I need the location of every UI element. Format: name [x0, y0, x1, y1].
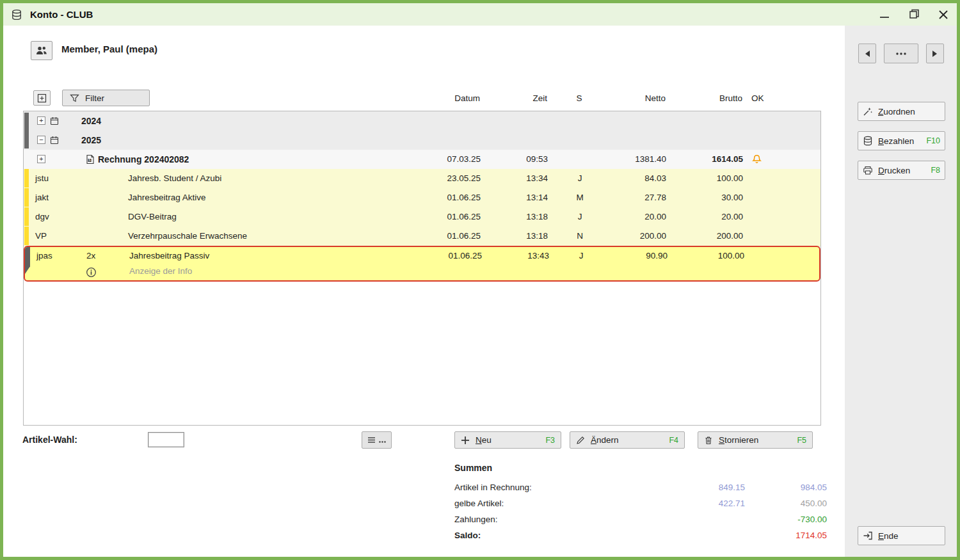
- item-info-text: Anzeige der Info: [129, 262, 192, 280]
- member-button[interactable]: [31, 41, 52, 60]
- bezahlen-fkey: F10: [926, 136, 940, 145]
- sidebar: Zuordnen Bezahlen F10 Drucken: [845, 26, 957, 557]
- member-icon: [35, 45, 48, 56]
- neu-fkey: F3: [545, 436, 555, 445]
- nav-next-button[interactable]: [926, 44, 944, 63]
- aendern-button[interactable]: Ändern F4: [570, 431, 685, 449]
- coins-icon: [11, 9, 22, 20]
- header-brutto: Brutto: [678, 90, 742, 107]
- zuordnen-label: Zuordnen: [878, 107, 915, 116]
- titlebar: Konto - CLUB: [3, 3, 957, 26]
- pencil-icon: [576, 436, 585, 445]
- item-zeit: 13:18: [484, 227, 548, 246]
- invoice-row[interactable]: + $ Rechnung 202402082 07.03.25 09:53 13…: [24, 150, 820, 170]
- item-code: jakt: [35, 188, 49, 207]
- row-marker: [24, 227, 29, 245]
- row-marker: [24, 188, 29, 207]
- item-zeit: 13:34: [484, 169, 548, 188]
- coins-icon: [863, 136, 873, 146]
- expand-icon[interactable]: +: [37, 155, 45, 163]
- konto-window: Konto - CLUB: [0, 0, 960, 560]
- invoice-zeit: 09:53: [484, 150, 548, 169]
- ende-button[interactable]: Ende: [858, 526, 945, 545]
- ellipsis-icon: [378, 436, 387, 444]
- summen-label: gelbe Artikel:: [454, 495, 504, 511]
- item-brutto: 100.00: [679, 169, 743, 188]
- item-code: VP: [35, 227, 47, 246]
- wand-icon: [863, 106, 873, 116]
- bezahlen-label: Bezahlen: [878, 136, 914, 146]
- item-zeit: 13:43: [485, 247, 549, 265]
- item-code: dgv: [35, 207, 49, 227]
- year-group-marker: [24, 113, 29, 148]
- nav-more-button[interactable]: [884, 44, 918, 63]
- summen-value-netto: 849.15: [719, 479, 745, 495]
- item-datum: 01.06.25: [417, 207, 481, 227]
- item-code: jpas: [36, 247, 52, 265]
- stornieren-fkey: F5: [797, 436, 806, 445]
- calendar-icon: [50, 136, 59, 145]
- summen-row-gelbe-artikel: gelbe Artikel: 422.71 450.00: [454, 495, 827, 511]
- drucken-fkey: F8: [931, 166, 940, 175]
- invoice-brutto: 1614.05: [679, 150, 743, 169]
- aendern-fkey: F4: [669, 436, 678, 445]
- table-row[interactable]: VP Verzehrpauschale Erwachsene 01.06.25 …: [24, 227, 820, 246]
- item-netto: 90.90: [604, 247, 668, 265]
- item-qty: 2x: [86, 247, 95, 265]
- alert-bell-icon[interactable]: [752, 154, 762, 164]
- bezahlen-button[interactable]: Bezahlen F10: [858, 131, 945, 150]
- item-s: J: [565, 247, 597, 265]
- neu-button[interactable]: Neu F3: [454, 431, 561, 449]
- calendar-icon: [50, 116, 59, 125]
- table-row[interactable]: dgv DGV-Beitrag 01.06.25 13:18 J 20.00 2…: [24, 207, 820, 227]
- invoice-icon: $: [86, 154, 95, 164]
- zuordnen-button[interactable]: Zuordnen: [858, 102, 945, 121]
- printer-icon: [863, 166, 873, 175]
- summen-label: Zahlungen:: [454, 511, 498, 527]
- summen-value-netto: 422.71: [719, 495, 745, 511]
- expand-icon[interactable]: +: [37, 116, 45, 125]
- item-netto: 200.00: [602, 227, 666, 246]
- header-ok: OK: [751, 90, 780, 107]
- neu-label: Neu: [476, 435, 492, 445]
- collapse-icon[interactable]: −: [37, 136, 45, 144]
- year-row-2024[interactable]: + 2024: [24, 111, 820, 131]
- stornieren-button[interactable]: Stornieren F5: [698, 431, 813, 449]
- item-brutto: 100.00: [680, 247, 744, 265]
- ende-label: Ende: [878, 531, 899, 541]
- artikel-wahl-input[interactable]: [148, 432, 184, 447]
- summen-value-brutto: 450.00: [801, 495, 827, 511]
- info-icon[interactable]: [86, 267, 97, 278]
- nav-previous-button[interactable]: [858, 44, 876, 63]
- exit-icon: [863, 531, 873, 540]
- item-brutto: 20.00: [679, 207, 743, 227]
- selected-row-marker: [25, 247, 30, 274]
- drucken-label: Drucken: [878, 166, 910, 175]
- close-button[interactable]: [936, 8, 950, 22]
- row-marker: [24, 207, 29, 226]
- row-marker: [24, 169, 29, 188]
- minimize-button[interactable]: [877, 8, 892, 22]
- table-row[interactable]: jakt Jahresbeitrag Aktive 01.06.25 13:14…: [24, 188, 820, 208]
- list-icon: [367, 436, 376, 444]
- invoice-netto: 1381.40: [602, 150, 666, 169]
- item-code: jstu: [35, 169, 49, 188]
- header-s: S: [563, 90, 595, 107]
- item-desc: Jahresbeitrag Aktive: [128, 188, 206, 207]
- item-datum: 23.05.25: [417, 169, 481, 188]
- table-row[interactable]: jstu Jahresb. Student / Azubi 23.05.25 1…: [24, 169, 820, 189]
- maximize-button[interactable]: [907, 8, 921, 22]
- stornieren-label: Stornieren: [719, 435, 758, 445]
- summen-row-saldo: Saldo: 1714.05: [454, 527, 827, 543]
- year-row-2025[interactable]: − 2025: [24, 131, 820, 150]
- summen-row-zahlungen: Zahlungen: -730.00: [454, 511, 827, 527]
- aendern-label: Ändern: [591, 435, 619, 445]
- drucken-button[interactable]: Drucken F8: [858, 161, 945, 180]
- item-netto: 84.03: [602, 169, 666, 188]
- window-title: Konto - CLUB: [30, 9, 93, 20]
- list-menu-button[interactable]: [362, 431, 392, 449]
- account-table: + 2024 − 2025 +: [23, 111, 821, 426]
- invoice-label: Rechnung 202402082: [98, 150, 189, 169]
- selected-table-row[interactable]: jpas 2x Jahresbeitrag Passiv 01.06.25 13…: [24, 246, 820, 282]
- member-name: Member, Paul (mepa): [61, 44, 157, 54]
